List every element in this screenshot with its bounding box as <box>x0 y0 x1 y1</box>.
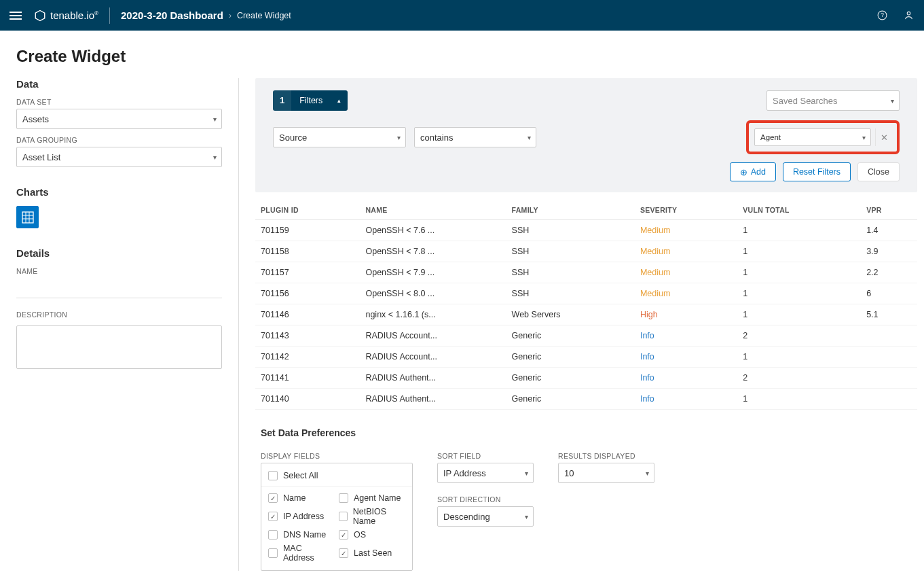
sort-field-label: SORT FIELD <box>437 452 534 460</box>
table-row[interactable]: 701158 OpenSSH < 7.8 ... SSH Medium 1 3.… <box>255 241 917 262</box>
table-row[interactable]: 701140 RADIUS Authent... Generic Info 1 <box>255 389 917 410</box>
field-checkbox-row[interactable]: MAC Address <box>268 542 335 565</box>
name-input[interactable] <box>16 278 222 298</box>
description-input[interactable] <box>16 325 222 369</box>
cell-severity: Medium <box>635 241 737 262</box>
table-row[interactable]: 701146 nginx < 1.16.1 (s... Web Servers … <box>255 304 917 325</box>
col-header[interactable]: PLUGIN ID <box>255 199 360 220</box>
checkbox-icon <box>339 512 348 521</box>
menu-icon[interactable] <box>10 12 22 20</box>
table-row[interactable]: 701143 RADIUS Account... Generic Info 2 <box>255 325 917 347</box>
left-panel: Data DATA SET Assets ▾ DATA GROUPING Ass… <box>0 78 239 571</box>
cell-vpr <box>861 389 917 410</box>
filter-op-select[interactable]: contains ▾ <box>414 127 536 147</box>
svg-text:?: ? <box>881 12 884 18</box>
cell-family: SSH <box>506 283 635 304</box>
close-button[interactable]: Close <box>857 162 900 181</box>
table-icon <box>21 211 35 224</box>
data-grouping-label: DATA GROUPING <box>16 136 222 144</box>
table-row[interactable]: 701142 RADIUS Account... Generic Info 1 <box>255 347 917 368</box>
remove-filter-button[interactable]: ✕ <box>875 128 893 146</box>
checkbox-icon <box>339 493 348 503</box>
cell-vpr: 3.9 <box>861 241 917 262</box>
cell-total: 1 <box>737 241 861 262</box>
cell-vpr: 2.2 <box>861 262 917 283</box>
right-panel: 1 Filters ▴ Saved Searches ▾ Source ▾ co… <box>239 78 924 571</box>
brand-logo[interactable]: tenable.io® <box>34 10 98 22</box>
display-fields-label: DISPLAY FIELDS <box>261 452 413 460</box>
plus-icon: ⊕ <box>740 167 747 177</box>
sort-dir-select[interactable]: Descending ▾ <box>437 506 534 527</box>
user-icon[interactable] <box>903 10 914 21</box>
checkbox-icon <box>268 548 278 558</box>
chevron-up-icon: ▴ <box>331 97 348 104</box>
data-set-select[interactable]: Assets ▾ <box>16 109 222 129</box>
cell-name: nginx < 1.16.1 (s... <box>360 304 506 325</box>
field-checkbox-row[interactable]: NetBIOS Name <box>339 505 405 528</box>
field-checkbox-row[interactable]: IP Address <box>268 505 335 528</box>
select-all-row[interactable]: Select All <box>268 469 405 482</box>
filter-op-value: contains <box>414 127 536 147</box>
help-icon[interactable]: ? <box>876 10 888 21</box>
table-row[interactable]: 701157 OpenSSH < 7.9 ... SSH Medium 1 2.… <box>255 262 917 283</box>
cell-vpr <box>861 347 917 368</box>
add-label: Add <box>751 167 766 177</box>
table-row[interactable]: 701141 RADIUS Authent... Generic Info 2 <box>255 368 917 389</box>
svg-rect-4 <box>22 212 33 223</box>
field-checkbox-row[interactable]: Last Seen <box>339 542 405 565</box>
col-header[interactable]: SEVERITY <box>635 199 737 220</box>
checkbox-icon <box>268 512 278 521</box>
cell-plugin-id: 701140 <box>255 389 360 410</box>
saved-searches-select[interactable]: Saved Searches ▾ <box>766 90 900 111</box>
cell-vpr: 6 <box>861 283 917 304</box>
select-all-label: Select All <box>283 471 318 480</box>
data-set-value: Assets <box>16 109 222 129</box>
cell-name: RADIUS Authent... <box>360 368 506 389</box>
top-bar: tenable.io® 2020-3-20 Dashboard › Create… <box>0 0 924 31</box>
cell-severity: Info <box>635 325 737 347</box>
charts-heading: Charts <box>16 186 222 198</box>
add-button[interactable]: ⊕ Add <box>730 162 776 181</box>
sort-field-select[interactable]: IP Address ▾ <box>437 463 534 483</box>
table-chart-tile[interactable] <box>16 206 39 228</box>
table-row[interactable]: 701159 OpenSSH < 7.6 ... SSH Medium 1 1.… <box>255 220 917 241</box>
checkbox-icon <box>268 493 278 503</box>
cell-total: 1 <box>737 304 861 325</box>
filters-chip[interactable]: 1 Filters ▴ <box>273 90 348 111</box>
table-row[interactable]: 701156 OpenSSH < 8.0 ... SSH Medium 1 6 <box>255 283 917 304</box>
field-checkbox-row[interactable]: Name <box>268 491 335 505</box>
col-header[interactable]: NAME <box>360 199 506 220</box>
name-label: NAME <box>16 267 222 275</box>
svg-point-3 <box>907 12 910 15</box>
filter-value-select[interactable]: Agent ▾ <box>754 128 871 146</box>
data-grouping-value: Asset List <box>16 147 222 167</box>
cell-vpr <box>861 368 917 389</box>
col-header[interactable]: FAMILY <box>506 199 635 220</box>
cell-name: OpenSSH < 8.0 ... <box>360 283 506 304</box>
filter-value-highlight: Agent ▾ ✕ <box>746 120 900 154</box>
cell-family: Web Servers <box>506 304 635 325</box>
prefs-heading: Set Data Preferences <box>261 427 924 438</box>
cell-vpr: 5.1 <box>861 304 917 325</box>
cell-plugin-id: 701158 <box>255 241 360 262</box>
field-label: OS <box>354 530 366 540</box>
data-set-label: DATA SET <box>16 98 222 106</box>
filter-value: Agent <box>754 128 871 146</box>
checkbox-icon <box>339 530 348 540</box>
field-checkbox-row[interactable]: OS <box>339 528 405 542</box>
col-header[interactable]: VULN TOTAL <box>737 199 861 220</box>
field-checkbox-row[interactable]: DNS Name <box>268 528 335 542</box>
chevron-right-icon: › <box>229 11 232 20</box>
col-header[interactable]: VPR <box>861 199 917 220</box>
reset-filters-button[interactable]: Reset Filters <box>783 162 851 181</box>
results-displayed-value: 10 <box>558 463 654 483</box>
results-displayed-select[interactable]: 10 ▾ <box>558 463 654 483</box>
breadcrumb-parent[interactable]: 2020-3-20 Dashboard <box>121 10 223 21</box>
cell-vpr: 1.4 <box>861 220 917 241</box>
data-grouping-select[interactable]: Asset List ▾ <box>16 147 222 167</box>
cell-family: Generic <box>506 389 635 410</box>
checkbox-icon <box>268 471 278 480</box>
field-checkbox-row[interactable]: Agent Name <box>339 491 405 505</box>
filter-count: 1 <box>273 90 291 111</box>
filter-field-select[interactable]: Source ▾ <box>273 127 406 147</box>
